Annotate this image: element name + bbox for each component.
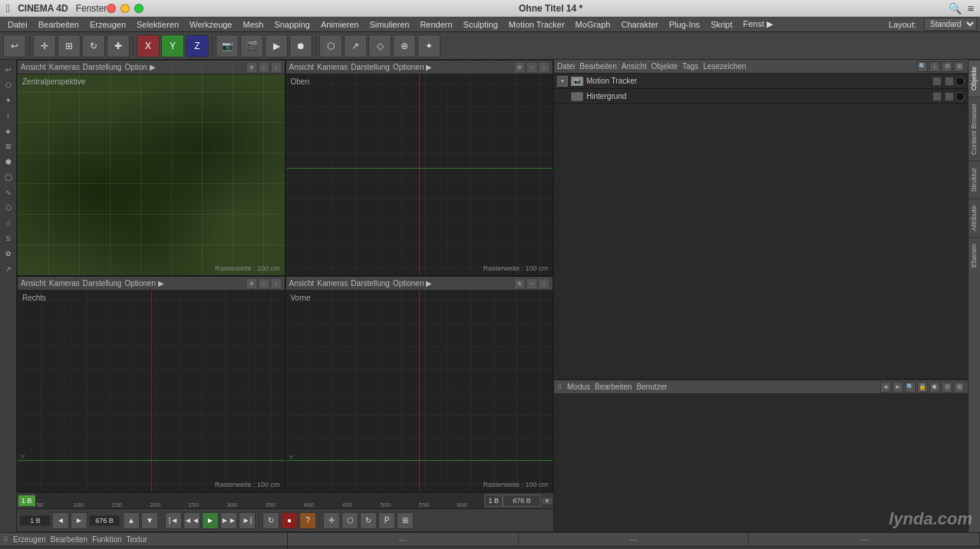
attr-expand-icon[interactable]: ⊞ [954,382,965,393]
object-item-hintergrund[interactable]: Hintergrund [554,89,968,104]
menu-skript[interactable]: Skript [706,18,737,31]
sidebar-tab-struktur[interactable]: Struktur [968,161,980,199]
field-btn[interactable]: ⊕ [393,35,416,58]
mat-funktion[interactable]: Funktion [92,535,121,544]
menu-datei[interactable]: Datei [3,18,32,31]
pb-first-btn[interactable]: |◄ [165,512,182,529]
attr-next-icon[interactable]: ► [893,382,903,393]
menu-rendern[interactable]: Rendern [415,18,457,31]
pb-keyframe-btn[interactable]: ? [299,512,316,529]
z-axis-btn[interactable]: Z [186,35,209,58]
om-lesezeichen[interactable]: Lesezeichen [703,62,746,71]
left-tool-12[interactable]: S [2,232,15,245]
left-tool-8[interactable]: ◯ [2,170,15,184]
menu-animieren[interactable]: Animieren [316,18,364,31]
menu-charakter[interactable]: Charakter [616,18,662,31]
y-axis-btn[interactable]: Y [161,35,184,58]
pb-last-btn[interactable]: ►| [239,512,256,529]
pb-down-btn[interactable]: ▼ [141,512,158,529]
x-axis-btn[interactable]: X [137,35,160,58]
pb-loop-btn[interactable]: ↻ [262,512,279,529]
hg-visible-check[interactable] [932,92,942,101]
menu-snapping[interactable]: Snapping [269,18,315,31]
layout-select[interactable]: Standard [924,18,977,31]
menu-fenst[interactable]: Fenst ▶ [738,18,777,31]
mt-render-check[interactable] [945,77,954,86]
sidebar-tab-content-browser[interactable]: Content Browser [968,97,980,161]
mt-color-dot[interactable] [955,77,965,86]
object-item-motion-tracker[interactable]: ▼ 📷 Motion Tracker [554,74,968,89]
undo-button[interactable]: ↩ [3,35,26,58]
pb-pos-btn[interactable]: P [378,512,395,529]
end-frame-field[interactable]: 676 B [89,515,120,526]
attr-bearbeiten[interactable]: Bearbeiten [595,383,632,391]
left-tool-13[interactable]: ✿ [2,247,15,261]
om-expand-icon[interactable]: ⊞ [954,61,965,72]
menu-mesh[interactable]: Mesh [238,18,268,31]
sidebar-tab-objekte[interactable]: Objekte [968,60,980,97]
timeline-expand-btn[interactable]: ▼ [541,497,553,505]
left-tool-14[interactable]: ↗ [2,262,15,276]
pb-motion-btn[interactable]: ✛ [323,512,340,529]
left-tool-7[interactable]: ⬢ [2,155,15,169]
om-ansicht[interactable]: Ansicht [622,62,647,71]
pb-key-btn[interactable]: ⬡ [342,512,358,529]
attr-lock-icon[interactable]: 🔒 [917,382,928,393]
menu-motion-tracker[interactable]: Motion Tracker [504,18,569,31]
menu-icon[interactable]: ≡ [968,2,974,15]
menu-erzeugen[interactable]: Erzeugen [85,18,130,31]
close-button[interactable] [107,4,116,13]
bend-btn[interactable]: ↗ [344,35,367,58]
left-tool-11[interactable]: ☆ [2,216,15,230]
rotate-tool[interactable]: ↻ [82,35,105,58]
mat-bearbeiten[interactable]: Bearbeiten [51,535,87,544]
om-datei[interactable]: Datei [557,62,575,71]
sidebar-tab-ebenen[interactable]: Ebenen [968,237,980,274]
mat-erzeugen[interactable]: Erzeugen [13,535,46,544]
scale-tool[interactable]: ⊞ [58,35,81,58]
pb-record-btn[interactable]: ● [281,512,298,529]
attr-modus[interactable]: Modus [567,383,590,391]
sidebar-tab-attribute[interactable]: Attribute [968,199,980,238]
attr-settings-icon[interactable]: ⚙ [942,382,952,393]
pb-forward-btn[interactable]: ►► [220,512,237,529]
left-tool-3[interactable]: ✦ [2,94,15,107]
menu-plugins[interactable]: Plug-Ins [665,18,704,31]
film-btn[interactable]: 🎬 [240,35,263,58]
pb-grid-btn[interactable]: ⊞ [397,512,414,529]
viewport-perspective[interactable]: Ansicht Kameras Darstellung Option ▶ ⊕ ↔… [17,60,285,276]
pb-next-btn[interactable]: ► [71,512,87,529]
pb-rewind-btn[interactable]: ◄◄ [183,512,200,529]
search-icon[interactable]: 🔍 [949,2,962,15]
left-tool-10[interactable]: ⬡ [2,201,15,215]
pb-prev-btn[interactable]: ◄ [52,512,69,529]
left-tool-5[interactable]: ◈ [2,124,15,138]
film2-btn[interactable]: ▶ [265,35,288,58]
hg-color-dot[interactable] [955,92,965,101]
om-home-icon[interactable]: ⌂ [929,61,940,72]
anim-btn[interactable]: ⏺ [289,35,312,58]
om-settings-icon[interactable]: ⚙ [942,61,952,72]
viewport-right[interactable]: Ansicht Kameras Darstellung Optionen ▶ ⊕… [17,276,285,492]
menu-mograph[interactable]: MoGraph [571,18,615,31]
om-objekte[interactable]: Objekte [652,62,678,71]
left-tool-2[interactable]: ⬡ [2,78,15,92]
left-tool-4[interactable]: ↕ [2,109,15,123]
menu-sculpting[interactable]: Sculpting [459,18,503,31]
timeline-ruler[interactable]: 50 100 150 200 250 300 350 400 450 500 5… [35,493,485,508]
cube-btn[interactable]: ⬡ [319,35,342,58]
current-frame-field[interactable]: 1 B [20,515,51,526]
viewport-front[interactable]: Ansicht Kameras Darstellung Optionen ▶ ⊕… [285,276,554,492]
window-menu[interactable]: Fenster [76,3,107,14]
pb-up-btn[interactable]: ▲ [123,512,140,529]
menu-bearbeiten[interactable]: Bearbeiten [34,18,84,31]
om-search-icon[interactable]: 🔍 [917,61,928,72]
menu-simulieren[interactable]: Simulieren [365,18,414,31]
maximize-button[interactable] [134,4,144,13]
om-bearbeiten[interactable]: Bearbeiten [579,62,616,71]
camera-btn[interactable]: 📷 [216,35,239,58]
deform-btn[interactable]: ◇ [368,35,391,58]
attr-search-icon[interactable]: 🔍 [905,382,916,393]
add-tool[interactable]: ✚ [107,35,130,58]
particles-btn[interactable]: ✦ [417,35,441,58]
